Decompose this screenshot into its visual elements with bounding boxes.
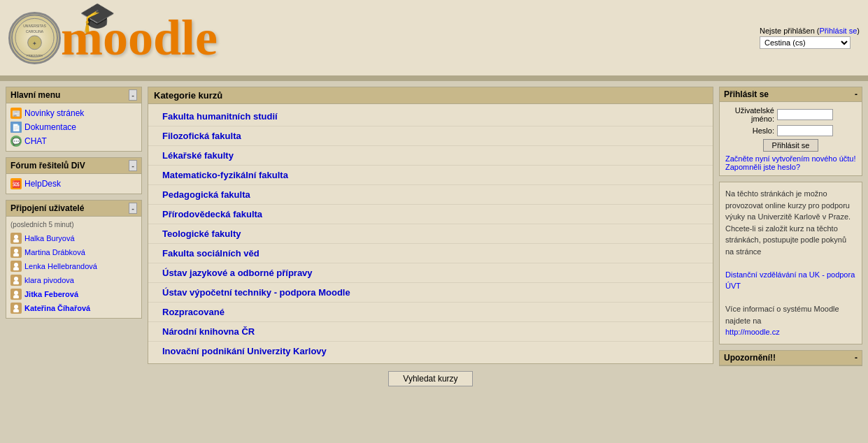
svg-point-12 [13,267,19,270]
login-block: Přihlásit se - Uživatelskéjméno: Heslo: … [719,87,862,176]
login-submit-row: Přihlásit se [725,139,856,152]
online-users-title: Připojení uživatelé [10,203,84,213]
logo-area: UNIVERSITAS CAROLINA ✦ PRAGENSIS 🎓 moodl… [8,12,218,64]
login-block-header: Přihlásit se - [720,87,862,102]
category-link-8[interactable]: Fakulta sociálních věd [162,248,259,259]
svg-point-9 [14,249,18,253]
search-courses-button[interactable]: Vyhledat kurzy [388,371,472,386]
svg-point-7 [14,235,18,239]
right-sidebar: Přihlásit se - Uživatelskéjméno: Heslo: … [719,87,862,386]
warning-block-header: Upozornění!! - [720,351,862,365]
category-row-7: Teologické fakulty [148,224,713,244]
login-links: Začněte nyní vytvořením nového účtu! Zap… [725,154,856,171]
forum-block: Fórum řešitelů DiV - 🆘 HelpDesk [6,157,142,194]
uvt-link[interactable]: Distanční vzdělávání na UK - podpora ÚVT [725,270,855,291]
svg-point-8 [13,239,19,242]
category-link-6[interactable]: Přírodovědecká fakulta [162,209,262,219]
header-login-link[interactable]: Přihlásit se [820,27,858,35]
moodle-logo-text: moodle [61,13,218,63]
svg-text:✦: ✦ [32,41,37,47]
user-entry-4: klara pivodova [10,273,137,287]
site-header: UNIVERSITAS CAROLINA ✦ PRAGENSIS 🎓 moodl… [0,0,868,77]
user-entry-1: Halka Buryová [10,231,137,245]
warning-block: Upozornění!! - [719,350,862,366]
user-link-5[interactable]: Jitka Feberová [24,290,78,298]
user-entry-6: Kateřina Číhařová [10,301,137,315]
user-link-4[interactable]: klara pivodova [24,276,74,284]
info-text-1: Na těchto stránkách je možno provozovat … [725,189,851,256]
warning-collapse-btn[interactable]: - [855,353,858,363]
doc-icon: 📄 [10,122,22,133]
online-users-content: (posledních 5 minut) Halka Buryová Marti… [6,217,141,318]
category-link-4[interactable]: Matematicko-fyzikální fakulta [162,170,288,180]
svg-point-11 [14,263,18,267]
university-crest: UNIVERSITAS CAROLINA ✦ PRAGENSIS [8,12,61,64]
password-label: Heslo: [725,126,774,135]
create-account-link[interactable]: Začněte nyní vytvořením nového účtu! [725,154,856,163]
main-menu-collapse-btn[interactable]: - [129,89,137,101]
category-row-10: Ústav výpočetní techniky - podpora Moodl… [148,283,713,303]
svg-text:UNIVERSITAS: UNIVERSITAS [23,24,46,28]
username-input[interactable] [777,109,833,120]
categories-list: Fakulta humanitních studií Filozofická f… [148,104,713,363]
category-link-9[interactable]: Ústav jazykové a odborné přípravy [162,268,313,278]
online-users-subtext: (posledních 5 minut) [10,219,137,231]
category-link-11[interactable]: Rozpracované [162,307,225,317]
svg-text:PRAGENSIS: PRAGENSIS [27,54,43,57]
user-avatar-3 [10,261,22,272]
user-link-2[interactable]: Martina Drábková [24,248,85,256]
user-link-1[interactable]: Halka Buryová [24,234,75,242]
svg-point-13 [14,277,18,281]
password-row: Heslo: [725,125,856,136]
help-icon: 🆘 [10,178,22,189]
news-icon: 📰 [10,108,22,119]
login-submit-button[interactable]: Přihlásit se [763,139,819,152]
user-avatar-6 [10,303,22,314]
online-users-collapse-btn[interactable]: - [129,203,137,214]
sidebar-link-docs[interactable]: 📄 Dokumentace [10,120,137,134]
user-link-3[interactable]: Lenka Hellebrandová [24,262,97,270]
svg-point-16 [13,295,19,298]
category-row-9: Ústav jazykové a odborné přípravy [148,263,713,283]
category-link-3[interactable]: Lékařské fakulty [162,150,234,161]
main-menu-block: Hlavní menu - 📰 Novinky stránek 📄 Dokume… [6,87,142,152]
sidebar-link-chat[interactable]: 💬 CHAT [10,134,137,148]
sidebar-link-news[interactable]: 📰 Novinky stránek [10,106,137,120]
header-top-right: Nejste přihlášen (Přihlásit se) Cestina … [760,27,860,49]
chat-icon: 💬 [10,136,22,147]
category-row-11: Rozpracované [148,303,713,322]
moodle-cz-link[interactable]: http://moodle.cz [725,328,780,336]
info-block: Na těchto stránkách je možno provozovat … [719,182,862,344]
forgot-password-link[interactable]: Zapomněli jste heslo? [725,163,856,171]
online-users-block: Připojení uživatelé - (posledních 5 minu… [6,200,142,319]
category-link-7[interactable]: Teologické fakulty [162,228,241,239]
login-collapse-btn[interactable]: - [855,89,858,99]
category-link-1[interactable]: Fakulta humanitních studií [162,111,278,122]
user-link-6[interactable]: Kateřina Číhařová [24,304,90,312]
center-content: Kategorie kurzů Fakulta humanitních stud… [148,87,713,386]
category-link-10[interactable]: Ústav výpočetní techniky - podpora Moodl… [162,287,350,298]
password-input[interactable] [777,125,833,136]
category-row-12: Národní knihovna ČR [148,322,713,342]
user-entry-3: Lenka Hellebrandová [10,259,137,273]
sidebar-link-helpdesk[interactable]: 🆘 HelpDesk [10,177,137,191]
svg-point-14 [13,281,19,284]
user-entry-5: Jitka Feberová [10,287,137,301]
svg-point-15 [14,291,18,295]
main-menu-header: Hlavní menu - [6,87,141,103]
category-row-3: Lékařské fakulty [148,146,713,166]
category-link-12[interactable]: Národní knihovna ČR [162,326,255,337]
user-avatar-5 [10,289,22,300]
language-selector-area[interactable]: Cestina (cs) [760,36,860,49]
language-dropdown[interactable]: Cestina (cs) [760,36,851,49]
user-avatar-1 [10,233,22,244]
main-menu-title: Hlavní menu [10,90,60,100]
category-link-13[interactable]: Inovační podnikání Univerzity Karlovy [162,346,327,356]
category-link-2[interactable]: Filozofická fakulta [162,131,241,141]
categories-block: Kategorie kurzů Fakulta humanitních stud… [148,87,713,364]
category-link-5[interactable]: Pedagogická fakulta [162,189,250,200]
username-row: Uživatelskéjméno: [725,106,856,123]
forum-collapse-btn[interactable]: - [129,160,137,171]
categories-header: Kategorie kurzů [148,87,713,104]
category-row-2: Filozofická fakulta [148,126,713,146]
